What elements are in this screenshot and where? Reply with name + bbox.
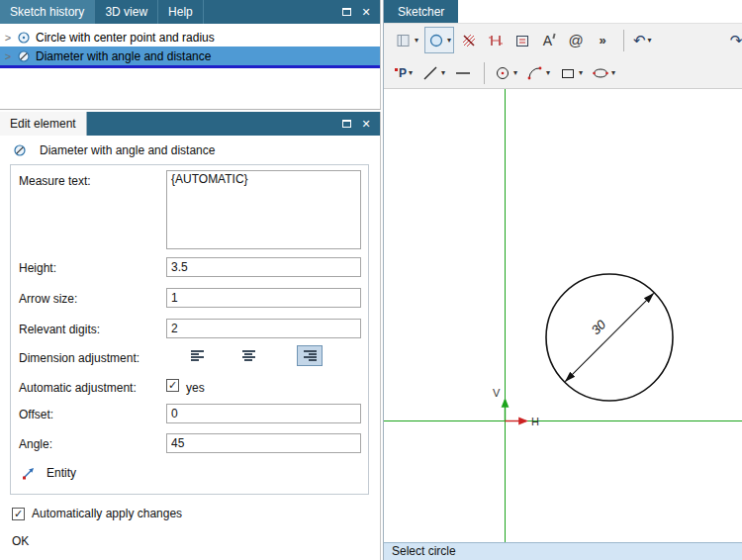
- angle-label: Angle:: [19, 437, 52, 451]
- close-icon[interactable]: ✕: [356, 0, 376, 24]
- arc-tool-button[interactable]: ▾: [523, 59, 553, 86]
- insertion-indicator: [0, 65, 380, 68]
- toolbar-row-2: P ▾ ▾: [384, 56, 742, 89]
- edit-element-header-label: Diameter with angle and distance: [40, 143, 215, 157]
- auto-apply-label: Automatically apply changes: [32, 507, 182, 520]
- dimension-circle-tool-button[interactable]: ▾: [424, 27, 454, 53]
- horizontal-line-tool-button[interactable]: [451, 59, 475, 86]
- at-icon: @: [568, 32, 583, 48]
- dropdown-arrow-icon[interactable]: ▾: [513, 68, 517, 77]
- ok-button[interactable]: OK: [12, 534, 29, 548]
- redo-icon: ↷: [730, 33, 742, 47]
- toolbar-separator: [484, 62, 485, 84]
- offset-label: Offset:: [19, 408, 53, 421]
- arrow-size-input[interactable]: [166, 288, 361, 308]
- automatic-adjustment-checkbox[interactable]: ✓: [166, 379, 179, 392]
- h-axis-label: H: [531, 416, 539, 427]
- height-label: Height:: [19, 261, 56, 275]
- close-icon[interactable]: ✕: [356, 112, 376, 136]
- tree-row-diameter[interactable]: > Diameter with angle and distance: [0, 47, 380, 65]
- measure-text-label: Measure text:: [19, 174, 91, 188]
- maximize-icon[interactable]: [336, 112, 356, 136]
- status-text: Select circle: [392, 544, 456, 558]
- tab-edit-element[interactable]: Edit element: [0, 112, 87, 136]
- edit-element-form: Measure text: {AUTOMATIC} Height: Arrow …: [10, 164, 369, 495]
- hatch-off-tool-button[interactable]: [457, 27, 481, 53]
- dimension-adjust-right-button[interactable]: [297, 345, 323, 366]
- circle-tool-icon: [427, 32, 445, 49]
- dropdown-arrow-icon[interactable]: ▾: [648, 36, 652, 45]
- dropdown-arrow-icon[interactable]: ▾: [546, 68, 550, 77]
- maximize-icon[interactable]: [336, 0, 356, 24]
- align-right-icon: [304, 350, 317, 361]
- edit-element-titlebar: Edit element ✕: [0, 112, 380, 136]
- angle-input[interactable]: [166, 433, 361, 453]
- automatic-adjustment-label: Automatic adjustment:: [19, 381, 137, 395]
- dimension-value-label[interactable]: 30: [588, 317, 608, 337]
- align-left-icon: [191, 350, 204, 361]
- sketch-history-tree: > Circle with center point and radius > …: [0, 24, 380, 68]
- auto-apply-checkbox[interactable]: ✓: [12, 508, 25, 520]
- rectangle-tool-button[interactable]: ▾: [556, 59, 586, 86]
- tab-sketch-history[interactable]: Sketch history: [0, 0, 95, 24]
- toolbar-overflow-button[interactable]: »: [591, 27, 614, 53]
- sketch-canvas[interactable]: V H 30: [384, 89, 742, 542]
- dimension-adjustment-label: Dimension adjustment:: [19, 351, 139, 365]
- dropdown-arrow-icon[interactable]: ▾: [415, 36, 418, 45]
- redo-button[interactable]: ↷: [724, 27, 742, 53]
- hatch-tool-button[interactable]: [484, 27, 508, 53]
- measure-text-input[interactable]: {AUTOMATIC}: [166, 170, 361, 249]
- tree-row-circle[interactable]: > Circle with center point and radius: [0, 28, 380, 47]
- auto-apply-row: ✓ Automatically apply changes: [12, 507, 182, 520]
- tab-3d-view[interactable]: 3D view: [95, 0, 158, 24]
- line-icon: [421, 64, 439, 82]
- dropdown-arrow-icon[interactable]: ▾: [441, 68, 445, 77]
- expand-chevron-icon[interactable]: >: [0, 50, 16, 62]
- ellipse-tool-button[interactable]: ▾: [589, 59, 618, 86]
- relevant-digits-input[interactable]: [166, 319, 361, 338]
- dimension-adjust-left-button[interactable]: [184, 345, 210, 366]
- height-input[interactable]: [166, 257, 361, 277]
- tab-help[interactable]: Help: [158, 0, 204, 24]
- point-tool-button[interactable]: P ▾: [392, 59, 416, 86]
- rectangle-icon: [559, 64, 577, 82]
- hatch-off-icon: [460, 32, 478, 49]
- edit-element-header: Diameter with angle and distance: [12, 142, 215, 158]
- dropdown-arrow-icon[interactable]: ▾: [447, 36, 451, 45]
- window-controls: ✕: [336, 112, 376, 136]
- offset-input[interactable]: [166, 404, 361, 423]
- tree-item-label: Diameter with angle and distance: [36, 49, 211, 63]
- point-icon: P: [395, 66, 407, 80]
- model-view-button[interactable]: ▾: [392, 27, 421, 53]
- ellipse-icon: [592, 64, 609, 82]
- dropdown-arrow-icon[interactable]: ▾: [611, 68, 615, 77]
- expand-chevron-icon[interactable]: >: [0, 32, 16, 44]
- overflow-icon: »: [599, 33, 605, 47]
- edit-element-panel: Edit element ✕ Diameter with angle and d…: [0, 112, 381, 560]
- line-tool-button[interactable]: ▾: [418, 59, 448, 86]
- sketcher-tabbar: Sketcher: [384, 0, 742, 24]
- horizontal-line-icon: [454, 64, 472, 82]
- dropdown-arrow-icon[interactable]: ▾: [579, 68, 583, 77]
- circle-center-icon: [494, 64, 511, 82]
- entity-button[interactable]: Entity: [21, 465, 76, 481]
- dropdown-arrow-icon[interactable]: ▾: [409, 68, 413, 77]
- toolbar-separator: [623, 30, 624, 51]
- diameter-dimension-line[interactable]: [565, 293, 653, 381]
- arc-icon: [526, 64, 544, 82]
- text-tool-button[interactable]: A: [537, 27, 561, 53]
- sketcher-toolbar: ▾ ▾: [384, 24, 742, 89]
- window-controls: ✕: [336, 0, 376, 24]
- undo-button[interactable]: ↶ ▾: [630, 27, 655, 53]
- sketch-history-panel: Sketch history 3D view Help ✕ > Circle w…: [0, 0, 381, 110]
- entity-icon: [21, 465, 37, 481]
- region-tool-button[interactable]: [510, 27, 534, 53]
- relevant-digits-label: Relevant digits:: [19, 323, 100, 336]
- dimension-adjust-center-button[interactable]: [235, 345, 261, 366]
- circle-draw-tool-button[interactable]: ▾: [491, 59, 520, 86]
- symbol-tool-button[interactable]: @: [564, 27, 588, 53]
- tree-item-label: Circle with center point and radius: [36, 31, 215, 45]
- align-center-icon: [242, 350, 255, 361]
- diameter-icon: [12, 142, 28, 158]
- tab-sketcher[interactable]: Sketcher: [384, 0, 458, 23]
